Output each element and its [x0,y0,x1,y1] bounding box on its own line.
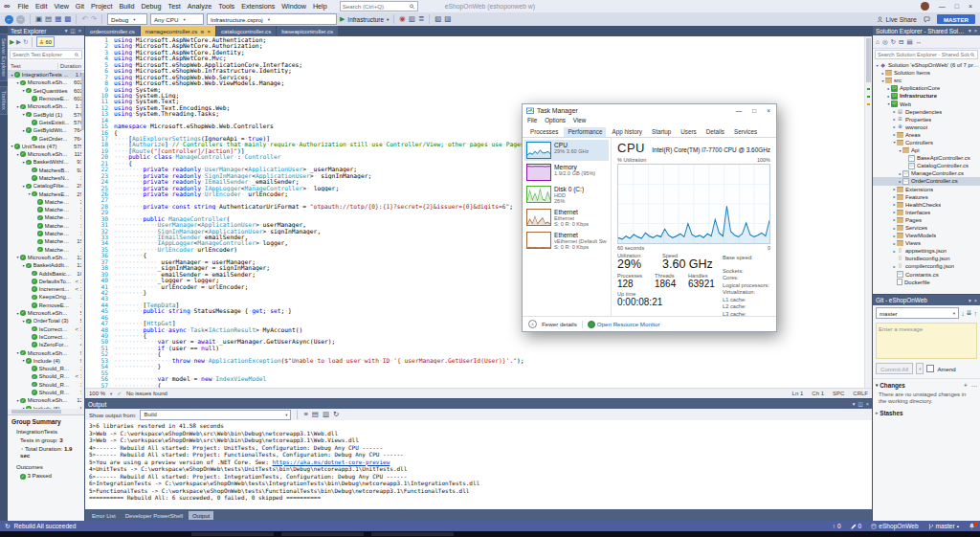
test-row[interactable]: ✓Should_Re...1 [8,381,84,389]
taskbar-button[interactable] [191,532,274,536]
test-row[interactable]: ✓Matches...1 [8,222,84,230]
window-position-caret-icon[interactable]: ▾ [969,298,971,303]
test-row[interactable]: ✓GetOrder...764 [8,134,84,142]
new-project-icon[interactable]: ▣ [35,12,42,26]
test-list-header[interactable]: Test Duration [8,61,84,71]
run-options-caret[interactable]: ▾ [387,17,389,22]
redo-icon[interactable]: ↷ [91,12,97,26]
tm-menu-view[interactable]: View [573,117,587,125]
test-row[interactable]: ✓KeepsOrig...1 [8,293,84,301]
tm-sidebar-memory[interactable]: Memory1.9/2.0 GB (95%) [524,162,609,183]
maximize-button[interactable]: □ [955,3,959,10]
test-row[interactable]: ✓Matches...1 [8,246,84,254]
tm-sidebar-ethernet[interactable]: EthernetvEthernet (Default Swi...S: 0 R:… [524,230,609,252]
close-button[interactable]: × [969,3,972,10]
menu-build[interactable]: Build [116,0,137,12]
tm-menu-options[interactable]: Options [545,117,566,125]
repository-indicator[interactable]: eShopOnWeb [871,523,918,529]
tree-item-ordercontroller-cs[interactable]: ▸C#OrderController.cs [873,177,980,185]
tm-sidebar-ethernet[interactable]: EthernetEthernetS: 0 R: 0 Kbps [524,207,609,229]
close-panel-icon[interactable]: × [974,28,977,34]
test-row[interactable]: ✓Matches...15 [8,237,84,245]
solution-explorer-icon[interactable]: ▥ [409,12,415,26]
test-row[interactable]: ✓MatchesB...92 [8,167,84,174]
editor-tab-ordercontroller-cs[interactable]: ordercontroller.cs [85,26,140,36]
save-icon[interactable]: ▦ [55,12,61,26]
tree-item-areas[interactable]: ▸Areas [873,131,980,139]
test-row[interactable]: ✓Should_Re...< 1 [8,372,84,380]
open-resource-monitor-link[interactable]: Open Resource Monitor [588,321,660,328]
tree-item-features[interactable]: ▸Features [873,193,980,201]
stashes-section-header[interactable]: ▸ Stashes [873,407,980,419]
tm-tab-performance[interactable]: Performance [564,127,606,137]
column-test[interactable]: Test [11,63,21,69]
panel-tab-error-list[interactable]: Error List [88,511,120,520]
windows-taskbar[interactable] [0,531,980,537]
tree-item-viewmodels[interactable]: ▸ViewModels [873,232,980,239]
tree-item-applicationcore[interactable]: ▸C#ApplicationCore [873,84,980,92]
branch-indicator[interactable]: master ▴ [928,523,959,529]
test-row[interactable]: ✓GetsExisti...576 [8,119,84,126]
test-row[interactable]: ▾✓OrderTotal (3)5 [8,317,84,324]
open-file-icon[interactable]: ▤ [45,12,52,26]
pull-icon[interactable]: ⇊ [967,309,972,317]
test-row[interactable]: ▾✓Microsoft.eSh...9 [8,348,84,356]
show-all-files-icon[interactable]: ▤ [907,38,913,46]
refresh-icon[interactable]: ↻ [891,38,896,46]
column-duration[interactable]: Duration [57,63,81,69]
test-row[interactable]: ▾✓GetById (1)576 [8,110,84,118]
test-row[interactable]: ✓Matches...1 [8,230,84,237]
tm-tab-app-history[interactable]: App history [608,127,646,137]
home-icon[interactable]: ⌂ [876,38,880,45]
test-search-box[interactable] [10,50,82,59]
menu-edit[interactable]: Edit [33,0,50,12]
tree-item-src[interactable]: ▾src [873,77,980,84]
test-row[interactable]: ▾✓BasketWithI...93 [8,158,84,166]
task-manager-title-bar[interactable]: Task Manager — □ × [523,104,776,117]
tree-item-views[interactable]: ▸Views [873,239,980,247]
test-row[interactable]: ✓RemoveE...1 [8,302,84,309]
amend-checkbox[interactable] [926,365,934,372]
tm-menu-file[interactable]: File [527,117,537,125]
editor-tab-managecontroller-cs[interactable]: managecontroller.cs⊜× [141,26,215,36]
run-test-icon[interactable]: ▶ [16,38,21,46]
tm-sidebar-disk-0-c-[interactable]: Disk 0 (C:)HDD26% [524,184,609,206]
commit-all-button[interactable]: Commit All [876,363,913,374]
find-in-files-icon[interactable]: ▧ [434,12,441,26]
master-branch-button[interactable]: MASTER [937,14,975,24]
menu-debug[interactable]: Debug [138,0,164,12]
go-to-message-icon[interactable]: ▤ [312,408,319,421]
test-row[interactable]: ✓AddsBasic...10 [8,269,84,277]
changes-section-header[interactable]: ▾ Changes +⋯ [873,378,980,391]
window-position-caret-icon[interactable]: ▾ [65,28,68,34]
menu-project[interactable]: Project [88,0,115,12]
stage-all-icon[interactable]: + [964,382,968,389]
test-row[interactable]: ✓Matches...2 [8,198,84,206]
test-row[interactable]: ✓RemoveE...602 [8,95,84,102]
tree-item-api[interactable]: ▾Api [873,146,980,154]
tab-close-icon[interactable]: × [208,29,212,34]
user-avatar[interactable] [921,2,929,11]
feedback-icon[interactable] [924,16,930,23]
test-row[interactable]: ▾✓Microsoft.eSh...12 [8,254,84,261]
tree-item-wwwroot[interactable]: ▸⊕wwwroot [873,123,980,131]
push-icon[interactable]: ↑ [974,310,978,317]
test-row[interactable]: ✓Increment...< 1 [8,285,84,293]
close-button[interactable]: × [767,107,770,114]
menu-window[interactable]: Window [278,0,309,12]
repeat-run-icon[interactable]: ↻ [23,38,28,46]
pin-icon[interactable]: ◫ [858,401,863,407]
minimize-button[interactable]: — [736,107,743,114]
fetch-icon[interactable]: ↓ [961,310,965,317]
panel-tab-developer-powershell[interactable]: Developer PowerShell [122,511,187,520]
test-row[interactable]: ▾✓SetQuantities602 [8,87,84,95]
tree-item-constants-cs[interactable]: C#Constants.cs [873,271,980,279]
solution-explorer-title-bar[interactable]: Solution Explorer - Shared Solution View… [873,26,980,35]
sync-with-active-document-icon[interactable]: ↔ [916,38,923,45]
save-all-icon[interactable]: ▩ [64,12,71,26]
test-row[interactable]: ✓Matches...1 [8,213,84,221]
test-explorer-title-bar[interactable]: Test Explorer ▾ ◫ × [8,26,84,35]
editor-tab-baseapicontroller-cs[interactable]: baseapicontroller.cs [277,26,338,36]
notifications-bell[interactable] [969,523,975,529]
word-wrap-icon[interactable]: ↻ [333,408,339,421]
